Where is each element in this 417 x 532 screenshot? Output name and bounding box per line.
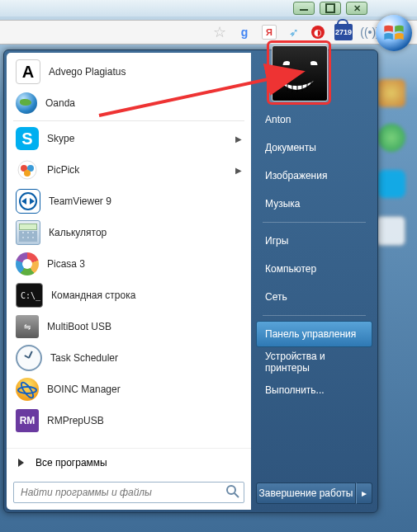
pictures-link[interactable]: Изображения [256,162,372,189]
advego-icon: A [16,59,40,84]
all-programs-button[interactable]: Все программы [7,448,251,477]
separator [263,222,366,223]
globe-icon [16,92,37,114]
rmprep-icon: RM [16,409,39,432]
skype-icon: S [16,127,39,150]
recent-programs-list: A Advego Plagiatus Oanda S Skype ▶ [7,53,251,448]
program-item-picasa[interactable]: Picasa 3 [7,248,251,280]
boinc-icon [16,378,39,401]
desktop-area: ✕ ☆ g Я ➶ ◐ 2719 ((•)) [0,0,417,532]
program-label: TeamViewer 9 [49,195,242,207]
program-label: Task Scheduler [50,352,242,364]
chevron-right-icon: ▶ [235,166,242,175]
svg-point-5 [227,486,235,494]
teamviewer-icon [16,189,40,214]
network-link[interactable]: Сеть [256,284,372,310]
control-panel-link[interactable]: Панель управления [256,321,372,347]
separator [13,120,244,121]
windows-logo-icon [382,21,405,45]
shutdown-group: Завершение работы ▸ [256,483,372,504]
adblock-extension-icon[interactable]: ◐ [311,26,325,39]
user-avatar-highlight [267,40,331,105]
all-programs-label: Все программы [36,457,107,468]
browser-toolbar: ☆ g Я ➶ ◐ 2719 ((•)) [0,20,417,45]
yandex-extension-icon[interactable]: Я [262,25,277,40]
program-label: Skype [47,133,227,144]
program-item-taskscearly[interactable]: Task Scheduler [7,342,251,374]
program-item-rmprep[interactable]: RM RMPrepUSB [7,405,251,436]
program-label: Oanda [45,97,242,109]
search-box-wrap [7,477,251,510]
program-label: MultiBoot USB [47,321,242,332]
program-item-picpick[interactable]: PicPick ▶ [7,154,251,186]
bookmark-star-icon[interactable]: ☆ [212,25,227,40]
search-input[interactable] [13,482,244,503]
start-menu-right-panel: Anton Документы Изображения Музыка Игры … [251,50,377,512]
program-item-oanda[interactable]: Oanda [7,87,251,119]
desktop-shortcut[interactable] [377,124,405,152]
separator [263,315,366,316]
program-item-cmd[interactable]: C:\_ Командная строка [7,280,251,311]
svg-line-6 [235,493,239,497]
program-label: BOINC Manager [47,384,242,395]
user-avatar[interactable] [272,45,328,101]
program-label: Picasa 3 [47,258,242,270]
desktop-shortcut[interactable] [377,170,405,198]
desktop-shortcut[interactable] [376,216,405,246]
devices-link[interactable]: Устройства и принтеры [256,349,372,375]
calculator-icon [16,220,40,245]
documents-link[interactable]: Документы [256,134,372,161]
minimize-button[interactable] [293,2,315,15]
window-titlebar: ✕ [0,0,417,16]
search-icon [226,485,239,501]
program-label: RMPrepUSB [47,415,242,426]
start-menu-left-panel: A Advego Plagiatus Oanda S Skype ▶ [7,53,251,510]
picpick-icon [16,158,39,181]
desktop-shortcut[interactable] [377,79,405,107]
program-item-calculator[interactable]: Калькулятор [7,217,251,248]
clock-icon [16,345,42,371]
program-item-multiboot[interactable]: ⇋ MultiBoot USB [7,311,251,342]
run-link[interactable]: Выполнить... [256,377,372,403]
program-label: Командная строка [51,290,242,301]
shutdown-options-button[interactable]: ▸ [356,483,372,504]
program-label: PicPick [47,164,227,176]
start-menu: A Advego Plagiatus Oanda S Skype ▶ [3,49,378,513]
program-item-skype[interactable]: S Skype ▶ [7,123,251,154]
program-label: Калькулятор [49,227,242,238]
counter-extension-icon[interactable]: 2719 [334,24,353,40]
cmd-icon: C:\_ [16,283,43,308]
maximize-button[interactable] [320,2,341,15]
computer-link[interactable]: Компьютер [256,256,372,282]
program-item-boinc[interactable]: BOINC Manager [7,374,251,405]
start-orb[interactable] [376,15,412,51]
user-name-link[interactable]: Anton [256,106,372,133]
chevron-right-icon [18,459,24,467]
picasa-icon [16,252,39,275]
program-label: Advego Plagiatus [49,66,242,78]
usb-icon: ⇋ [16,315,39,338]
program-item-teamviewer[interactable]: TeamViewer 9 [7,186,251,217]
music-link[interactable]: Музыка [256,191,372,217]
feather-extension-icon[interactable]: ➶ [287,25,301,40]
chevron-right-icon: ▶ [235,134,242,144]
games-link[interactable]: Игры [256,228,372,254]
shutdown-button[interactable]: Завершение работы [256,483,356,504]
program-item-advego[interactable]: A Advego Plagiatus [7,56,251,87]
close-button[interactable]: ✕ [346,2,367,15]
svg-point-3 [24,170,31,177]
google-extension-icon[interactable]: g [237,25,252,40]
chevron-right-icon: ▸ [362,487,367,499]
